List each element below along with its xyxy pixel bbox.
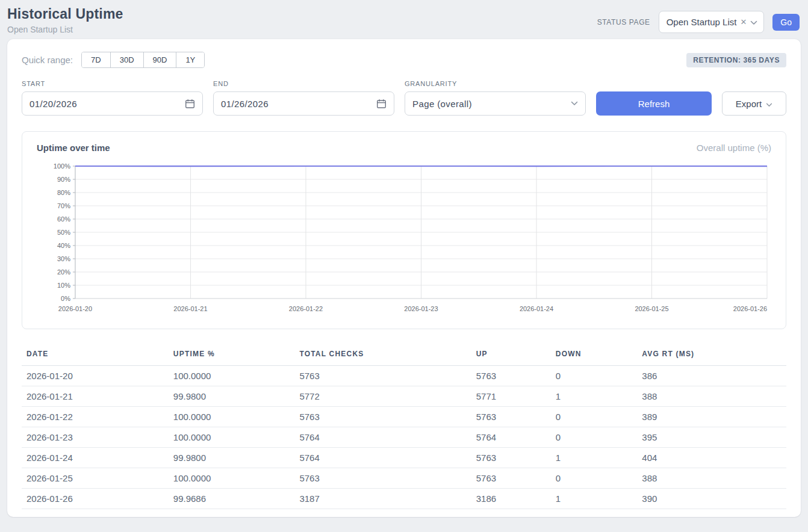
end-date-value: 01/26/2026 [221, 99, 376, 109]
end-date-input[interactable]: 01/26/2026 [213, 91, 394, 116]
table-cell: 5763 [294, 366, 471, 386]
table-cell: 99.9800 [169, 386, 295, 407]
table-cell: 5763 [471, 468, 551, 489]
column-header-down: DOWN [551, 344, 638, 366]
quick-range-90d-button[interactable]: 90D [143, 52, 176, 67]
column-header-up: UP [471, 344, 551, 366]
granularity-field-wrap: GRANULARITY Page (overall) [405, 80, 586, 116]
table-cell: 5763 [471, 366, 551, 386]
svg-text:70%: 70% [57, 202, 70, 209]
svg-text:40%: 40% [57, 242, 70, 249]
svg-text:2026-01-20: 2026-01-20 [58, 305, 92, 312]
chart-header: Uptime over time Overall uptime (%) [36, 143, 772, 160]
table-cell: 1 [551, 448, 638, 468]
svg-text:50%: 50% [57, 229, 70, 236]
column-header-date: DATE [22, 344, 169, 366]
granularity-selected-value: Page (overall) [412, 99, 571, 109]
table-cell: 5764 [294, 427, 471, 448]
start-date-field-wrap: START 01/20/2026 [22, 80, 203, 116]
table-cell: 386 [637, 366, 786, 386]
table-cell: 0 [551, 468, 638, 489]
quick-range-group: Quick range: 7D 30D 90D 1Y [22, 52, 205, 68]
chart-title: Uptime over time [37, 143, 110, 153]
status-page-label: STATUS PAGE [597, 18, 650, 26]
page-header: Historical Uptime Open Startup List STAT… [0, 0, 808, 39]
table-cell: 100.0000 [169, 407, 295, 427]
svg-text:30%: 30% [57, 255, 70, 262]
svg-text:20%: 20% [57, 268, 70, 276]
refresh-button[interactable]: Refresh [596, 91, 712, 116]
svg-text:60%: 60% [57, 215, 70, 223]
status-page-select[interactable]: Open Startup List ✕ [659, 11, 765, 33]
uptime-table-head: DATE UPTIME % TOTAL CHECKS UP DOWN AVG R… [22, 344, 786, 366]
quick-range-label: Quick range: [22, 55, 73, 65]
svg-text:2026-01-23: 2026-01-23 [404, 305, 438, 312]
uptime-line-chart: 0%10%20%30%40%50%60%70%80%90%100%2026-01… [36, 160, 772, 318]
table-cell: 5763 [471, 448, 551, 468]
table-cell: 3187 [294, 489, 471, 509]
uptime-table: DATE UPTIME % TOTAL CHECKS UP DOWN AVG R… [22, 344, 786, 509]
table-cell: 5763 [294, 407, 471, 427]
table-cell: 5764 [471, 427, 551, 448]
granularity-label: GRANULARITY [405, 80, 586, 87]
table-cell: 0 [551, 427, 638, 448]
table-header-row: DATE UPTIME % TOTAL CHECKS UP DOWN AVG R… [22, 344, 786, 366]
table-cell: 388 [637, 386, 786, 407]
table-cell: 388 [637, 468, 786, 489]
start-date-input[interactable]: 01/20/2026 [22, 91, 203, 116]
table-row: 2026-01-2199.9800577257711388 [22, 386, 786, 407]
svg-text:90%: 90% [57, 176, 70, 183]
table-cell: 99.9686 [169, 489, 295, 509]
svg-text:100%: 100% [54, 162, 70, 170]
calendar-icon[interactable] [376, 99, 387, 109]
table-row: 2026-01-2499.9800576457631404 [22, 448, 786, 468]
quick-range-row: Quick range: 7D 30D 90D 1Y RETENTION: 36… [22, 52, 786, 68]
chevron-down-icon [766, 99, 772, 109]
table-cell: 2026-01-24 [22, 448, 169, 468]
table-cell: 0 [551, 407, 638, 427]
go-button[interactable]: Go [772, 14, 800, 31]
table-cell: 5764 [294, 448, 471, 468]
page-title: Historical Uptime [7, 6, 123, 22]
calendar-icon[interactable] [185, 99, 195, 109]
export-button-label: Export [736, 99, 762, 109]
start-date-value: 01/20/2026 [30, 99, 185, 109]
column-header-uptime: UPTIME % [169, 344, 295, 366]
uptime-table-body: 2026-01-20100.00005763576303862026-01-21… [22, 366, 786, 509]
main-panel: Quick range: 7D 30D 90D 1Y RETENTION: 36… [7, 39, 801, 517]
retention-badge: RETENTION: 365 DAYS [686, 53, 786, 67]
table-cell: 390 [637, 489, 786, 509]
quick-range-7d-button[interactable]: 7D [82, 52, 110, 67]
export-button[interactable]: Export [722, 91, 786, 116]
table-cell: 5763 [471, 407, 551, 427]
end-date-label: END [213, 80, 394, 87]
table-row: 2026-01-25100.0000576357630388 [22, 468, 786, 489]
table-row: 2026-01-20100.0000576357630386 [22, 366, 786, 386]
svg-text:2026-01-25: 2026-01-25 [635, 305, 668, 312]
table-row: 2026-01-23100.0000576457640395 [22, 427, 786, 448]
granularity-select[interactable]: Page (overall) [405, 91, 586, 116]
table-cell: 100.0000 [169, 427, 295, 448]
svg-text:2026-01-26: 2026-01-26 [733, 305, 767, 312]
column-header-total-checks: TOTAL CHECKS [294, 344, 471, 366]
table-cell: 1 [551, 489, 638, 509]
table-cell: 389 [637, 407, 786, 427]
table-cell: 5771 [471, 386, 551, 407]
svg-text:80%: 80% [57, 189, 70, 196]
status-page-selected-value: Open Startup List [667, 17, 737, 27]
quick-range-30d-button[interactable]: 30D [110, 52, 143, 67]
table-cell: 404 [637, 448, 786, 468]
table-cell: 2026-01-21 [22, 386, 169, 407]
svg-text:0%: 0% [61, 295, 70, 302]
start-date-label: START [22, 80, 203, 87]
table-cell: 100.0000 [169, 468, 295, 489]
svg-text:2026-01-24: 2026-01-24 [520, 305, 553, 312]
quick-range-1y-button[interactable]: 1Y [176, 52, 204, 67]
table-cell: 395 [637, 427, 786, 448]
clear-selection-icon[interactable]: ✕ [740, 18, 747, 26]
quick-range-buttons: 7D 30D 90D 1Y [81, 52, 205, 68]
chevron-down-icon [750, 17, 757, 28]
chevron-down-icon [571, 101, 578, 106]
svg-text:10%: 10% [57, 282, 70, 289]
table-cell: 2026-01-25 [22, 468, 169, 489]
